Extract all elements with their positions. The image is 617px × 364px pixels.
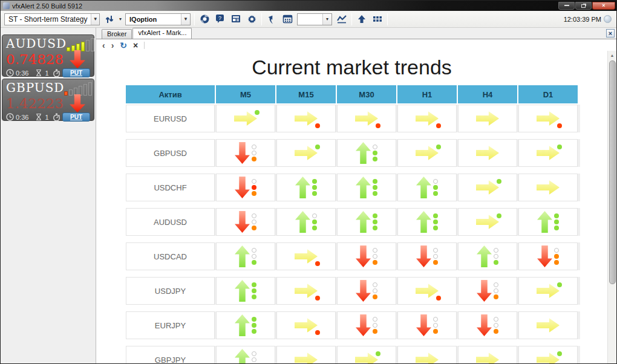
trend-dot-empty	[494, 317, 498, 322]
tab-broker[interactable]: Broker	[102, 29, 132, 39]
trend-cell	[337, 139, 396, 167]
trend-cell	[337, 277, 396, 305]
trend-dot-green	[494, 260, 498, 265]
browser-icon[interactable]	[198, 13, 211, 25]
help-icon[interactable]: ?	[214, 13, 226, 25]
asset-cell: EURJPY	[126, 311, 215, 339]
trend-dot-empty	[554, 248, 559, 253]
scroll-up-icon[interactable]: ▲	[608, 51, 617, 60]
news-icon[interactable]	[230, 13, 242, 25]
signal-timer: 0:36	[16, 70, 28, 77]
trend-dot-empty	[312, 213, 317, 218]
trend-dots	[433, 179, 438, 196]
forward-icon[interactable]: ›	[111, 41, 114, 50]
trend-cell	[216, 174, 275, 201]
market-trends-page: Current market trends АктивM5M15M30H1H4D…	[96, 51, 607, 363]
trend-dot-red	[436, 296, 441, 301]
trend-cell	[216, 346, 275, 363]
strategy-selector[interactable]: ST - Short-term Strategy ▼	[4, 13, 100, 25]
trend-dot-empty	[433, 317, 438, 322]
chart-line-icon[interactable]	[336, 13, 348, 25]
close-button[interactable]: ×	[592, 2, 615, 10]
trend-arrow-right-icon	[537, 317, 560, 334]
vertical-scrollbar[interactable]: ▲	[607, 51, 616, 363]
restore-button[interactable]	[575, 2, 592, 10]
trend-dot-green	[312, 219, 317, 224]
trend-cell	[276, 174, 336, 201]
send-arrow-icon[interactable]	[266, 13, 278, 25]
trend-cell	[518, 139, 578, 167]
table-row: GBPJPY	[126, 346, 580, 363]
trend-dots	[494, 317, 498, 334]
trend-cell	[337, 174, 396, 201]
refresh-icon[interactable]: ↻	[120, 41, 127, 50]
stopwatch-icon[interactable]	[53, 69, 60, 77]
signal-strength-bars	[67, 37, 94, 51]
table-row: AUDUSD	[126, 208, 580, 236]
trend-arrow-right-icon	[416, 282, 439, 299]
trend-arrow-down-icon	[416, 314, 431, 336]
signal-pair: AUDUSD	[6, 37, 67, 50]
trend-dot-empty	[494, 248, 498, 253]
broker-selector[interactable]: IQoption ▼	[125, 13, 191, 25]
upload-arrow-icon[interactable]	[356, 13, 368, 25]
trend-dot-empty	[252, 213, 256, 218]
timer-clock-icon	[6, 113, 14, 121]
chevron-down-icon[interactable]: ▾	[322, 14, 331, 25]
put-button[interactable]: PUT	[62, 68, 90, 77]
trend-arrow-right-icon	[295, 110, 318, 127]
trend-dots	[252, 282, 256, 299]
chart-selector[interactable]: ▾	[297, 13, 332, 25]
trend-dot-green	[252, 282, 256, 287]
trend-cell	[337, 208, 396, 236]
strategy-value: ST - Short-term Strategy	[5, 15, 91, 24]
trend-arrow-down-icon	[356, 314, 371, 336]
grid-icon[interactable]	[371, 13, 384, 25]
column-header-m30: M30	[337, 85, 396, 103]
stopwatch-icon[interactable]	[53, 113, 60, 121]
stop-icon[interactable]: ×	[133, 41, 138, 50]
trend-dot-green	[252, 260, 256, 265]
trend-arrow-right-icon	[476, 110, 499, 127]
trend-arrow-right-icon	[476, 145, 499, 161]
trend-dot-orange	[494, 329, 498, 334]
trend-dot-empty	[252, 219, 256, 224]
chevron-down-icon[interactable]: ▼	[181, 14, 190, 25]
chevron-down-icon[interactable]: ▼	[91, 14, 99, 25]
put-button[interactable]: PUT	[62, 112, 90, 122]
expiry-count: 1	[45, 114, 48, 121]
trend-dots	[312, 213, 317, 230]
trend-dots	[373, 248, 377, 265]
trend-arrow-down-icon	[537, 245, 552, 267]
trend-cell	[518, 174, 578, 201]
back-icon[interactable]: ‹	[102, 41, 105, 50]
column-header-m15: M15	[276, 85, 336, 103]
trend-arrow-right-icon	[537, 145, 560, 161]
column-header-h4: H4	[458, 85, 517, 103]
tab-vfxalert-market[interactable]: vfxAlert - Mark...	[132, 28, 192, 39]
trend-cell	[397, 139, 457, 167]
chevron-down-icon[interactable]: ▾	[119, 16, 122, 22]
scrollbar-thumb[interactable]	[609, 60, 616, 284]
trend-cell	[397, 346, 457, 363]
signal-card-gbpusd[interactable]: GBPUSD1.422230:361PUT	[2, 79, 94, 121]
trend-dot-green	[373, 213, 377, 218]
calendar-icon[interactable]	[281, 13, 293, 25]
trend-dot-orange	[433, 329, 438, 334]
minimize-button[interactable]	[558, 2, 575, 10]
signals-sidebar: AUDUSD0.748280:361PUTGBPUSD1.422230:361P…	[1, 28, 96, 363]
trend-table: АктивM5M15M30H1H4D1 EURUSDGBPUSDUSDCHFAU…	[126, 85, 580, 363]
trend-dots	[252, 145, 256, 161]
trend-dot-red	[315, 261, 320, 266]
trend-dots	[312, 179, 317, 196]
trend-dot-green	[312, 191, 317, 196]
trend-dot-orange	[373, 260, 377, 265]
settings-gear-icon[interactable]	[246, 13, 258, 25]
signal-card-audusd[interactable]: AUDUSD0.748280:361PUT	[2, 34, 94, 77]
trend-arrow-up-icon	[356, 177, 371, 198]
signals-updown-icon[interactable]	[103, 13, 116, 25]
panel-close-icon[interactable]: ×	[606, 29, 615, 37]
trend-dot-green	[433, 213, 438, 218]
trend-dots	[252, 351, 256, 363]
trend-cell	[276, 277, 336, 305]
